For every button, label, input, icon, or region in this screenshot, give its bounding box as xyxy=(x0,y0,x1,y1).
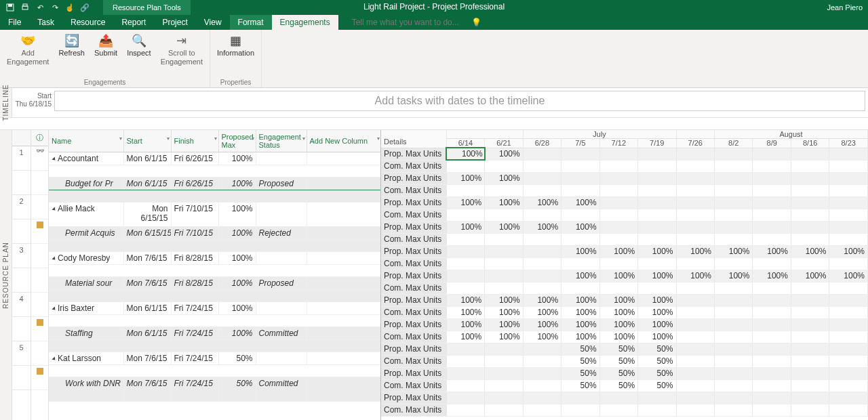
timephased-cell[interactable]: 100% xyxy=(753,245,791,257)
timephased-cell[interactable]: 100% xyxy=(485,331,523,343)
timephased-row[interactable]: Prop. Max Units100%100%100%100%100%100% xyxy=(381,318,868,331)
timephased-row[interactable]: Com. Max Units xyxy=(381,257,868,270)
timephased-cell[interactable] xyxy=(523,343,561,355)
timephased-cell[interactable] xyxy=(638,221,676,233)
timephased-cell[interactable] xyxy=(715,318,753,331)
timephased-row[interactable]: Prop. Max Units100%100%100%100% xyxy=(381,221,868,233)
timephased-cell[interactable]: 100% xyxy=(638,270,676,282)
timephased-cell[interactable] xyxy=(676,257,714,270)
entry-table[interactable]: Name▾ Start▾ Finish▾ Proposed Max▾ Engag… xyxy=(49,130,381,420)
timephased-cell[interactable] xyxy=(829,257,868,270)
dropdown-icon[interactable]: ▾ xyxy=(377,135,380,142)
timephased-cell[interactable] xyxy=(791,221,829,233)
timephased-row[interactable]: Prop. Max Units100%100%100%100%100%100%1… xyxy=(381,245,868,257)
timephased-cell[interactable] xyxy=(485,404,523,416)
timephased-cell[interactable] xyxy=(715,343,753,355)
timephased-cell[interactable]: 100% xyxy=(638,294,676,306)
touch-icon[interactable]: ☝ xyxy=(65,3,75,12)
timephased-cell[interactable] xyxy=(561,233,599,245)
refresh-button[interactable]: 🔄Refresh xyxy=(54,31,89,79)
timephased-cell[interactable] xyxy=(791,367,829,379)
timephased-cell[interactable]: 100% xyxy=(599,331,637,343)
timephased-cell[interactable]: 100% xyxy=(446,148,484,160)
date-header[interactable]: 6/14 xyxy=(446,139,484,148)
timephased-cell[interactable] xyxy=(523,282,561,294)
timephased-row[interactable]: Prop. Max Units100%100% xyxy=(381,172,868,184)
timephased-cell[interactable]: 100% xyxy=(715,270,753,282)
timephased-cell[interactable]: 50% xyxy=(638,343,676,355)
timephased-cell[interactable] xyxy=(715,209,753,221)
timephased-cell[interactable]: 100% xyxy=(561,294,599,306)
timephased-cell[interactable] xyxy=(523,245,561,257)
timephased-cell[interactable] xyxy=(599,172,637,184)
redo-icon[interactable]: ↷ xyxy=(50,3,60,12)
table-row[interactable]: Iris Baxter Mon 6/1/15 Fri 7/24/15 100% xyxy=(49,302,381,315)
timephased-cell[interactable] xyxy=(791,282,829,294)
timephased-cell[interactable] xyxy=(829,392,868,404)
dropdown-icon[interactable]: ▾ xyxy=(214,135,217,142)
tab-project[interactable]: Project xyxy=(154,15,195,30)
dropdown-icon[interactable]: ▾ xyxy=(302,135,305,142)
timephased-cell[interactable]: 100% xyxy=(446,331,484,343)
timephased-cell[interactable] xyxy=(485,367,523,379)
timephased-cell[interactable] xyxy=(676,367,714,379)
timephased-cell[interactable] xyxy=(829,233,868,245)
timephased-row[interactable]: Com. Max Units50%50%50% xyxy=(381,355,868,367)
timephased-cell[interactable] xyxy=(753,196,791,209)
table-row[interactable]: Allie Mack Mon6/15/15 Fri 7/10/15 100% xyxy=(49,203,381,227)
timephased-cell[interactable] xyxy=(715,331,753,343)
timephased-cell[interactable] xyxy=(638,172,676,184)
date-header[interactable]: 7/26 xyxy=(676,139,714,148)
timephased-cell[interactable] xyxy=(638,233,676,245)
timephased-cell[interactable] xyxy=(791,209,829,221)
timephased-cell[interactable] xyxy=(829,331,868,343)
timephased-row[interactable]: Com. Max Units xyxy=(381,184,868,196)
col-finish[interactable]: Finish▾ xyxy=(171,130,218,152)
timephased-cell[interactable] xyxy=(638,257,676,270)
timephased-cell[interactable]: 100% xyxy=(485,318,523,331)
timephased-cell[interactable] xyxy=(638,392,676,404)
date-header[interactable]: 8/9 xyxy=(753,139,791,148)
timephased-cell[interactable]: 100% xyxy=(638,306,676,318)
timephased-cell[interactable] xyxy=(753,318,791,331)
expand-icon[interactable] xyxy=(52,306,56,311)
table-row[interactable]: Budget for Pr Mon 6/1/15 Fri 6/26/15 100… xyxy=(49,177,381,190)
timephased-cell[interactable]: 100% xyxy=(523,294,561,306)
expand-icon[interactable] xyxy=(52,356,56,361)
link-icon[interactable]: 🔗 xyxy=(80,3,90,12)
timephased-cell[interactable] xyxy=(561,184,599,196)
timephased-cell[interactable] xyxy=(829,343,868,355)
table-row[interactable]: Kat Larsson Mon 7/6/15 Fri 7/24/15 50% xyxy=(49,352,381,365)
timephased-row[interactable]: Prop. Max Units100%100%100%100%100%100% xyxy=(381,294,868,306)
timephased-cell[interactable]: 50% xyxy=(638,367,676,379)
timephased-cell[interactable] xyxy=(715,257,753,270)
timephased-cell[interactable] xyxy=(446,343,484,355)
timephased-cell[interactable] xyxy=(676,331,714,343)
timephased-cell[interactable] xyxy=(638,184,676,196)
add-engagement-button[interactable]: 🤝AddEngagement xyxy=(3,31,53,79)
timephased-cell[interactable] xyxy=(829,367,868,379)
timephased-cell[interactable] xyxy=(446,257,484,270)
timephased-cell[interactable] xyxy=(446,270,484,282)
timephased-cell[interactable] xyxy=(676,355,714,367)
timephased-cell[interactable] xyxy=(446,282,484,294)
timephased-cell[interactable] xyxy=(638,404,676,416)
submit-button[interactable]: 📤Submit xyxy=(90,31,121,79)
timeline-drop-area[interactable]: Add tasks with dates to the timeline xyxy=(54,91,865,111)
timephased-cell[interactable] xyxy=(523,392,561,404)
timephased-cell[interactable] xyxy=(485,270,523,282)
timephased-cell[interactable] xyxy=(829,355,868,367)
timephased-cell[interactable] xyxy=(638,209,676,221)
timephased-cell[interactable] xyxy=(829,172,868,184)
timephased-cell[interactable] xyxy=(676,282,714,294)
timephased-cell[interactable] xyxy=(829,294,868,306)
timephased-cell[interactable] xyxy=(753,209,791,221)
col-proposed-max[interactable]: Proposed Max▾ xyxy=(218,130,256,152)
timephased-cell[interactable] xyxy=(485,379,523,392)
timephased-cell[interactable]: 50% xyxy=(561,343,599,355)
timephased-cell[interactable] xyxy=(676,196,714,209)
timephased-row[interactable]: Prop. Max Units xyxy=(381,392,868,404)
timephased-cell[interactable] xyxy=(638,148,676,160)
timephased-cell[interactable] xyxy=(446,367,484,379)
timephased-cell[interactable] xyxy=(753,392,791,404)
